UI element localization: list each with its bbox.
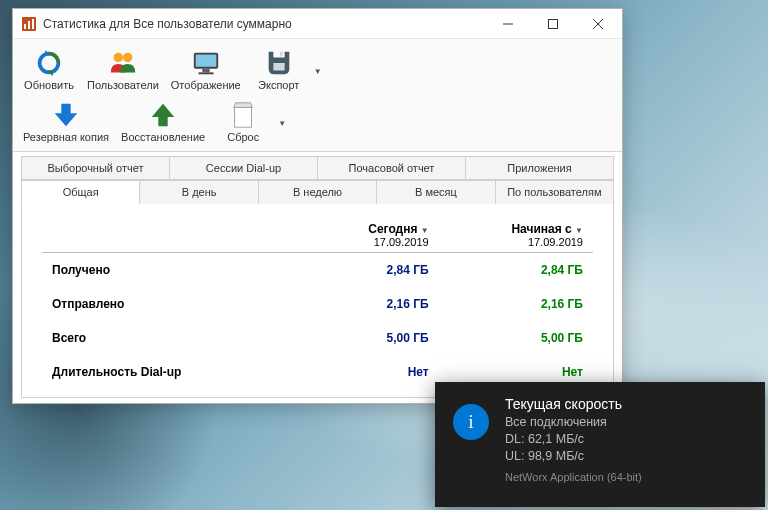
sort-arrow-icon: ▼ bbox=[575, 226, 583, 235]
export-dropdown[interactable]: ▼ bbox=[311, 45, 325, 97]
tab-by-user[interactable]: По пользователям bbox=[496, 180, 614, 204]
maximize-icon bbox=[548, 19, 558, 29]
svg-marker-19 bbox=[152, 104, 175, 127]
col-since-header[interactable]: Начиная с ▼ 17.09.2019 bbox=[439, 218, 593, 253]
speed-notification[interactable]: i Текущая скорость Все подключения DL: 6… bbox=[435, 382, 765, 507]
svg-rect-14 bbox=[202, 69, 210, 73]
restore-button[interactable]: Восстановление bbox=[115, 97, 211, 149]
reset-dropdown[interactable]: ▼ bbox=[275, 97, 289, 149]
notification-ul: UL: 98,9 МБ/с bbox=[505, 448, 749, 465]
export-icon bbox=[263, 47, 295, 79]
window-title: Статистика для Все пользователи суммарно bbox=[43, 17, 485, 31]
tabs: Выборочный отчет Сессии Dial-up Почасово… bbox=[13, 152, 622, 204]
tab-dialup-sessions[interactable]: Сессии Dial-up bbox=[170, 156, 318, 180]
users-button[interactable]: Пользователи bbox=[81, 45, 165, 97]
svg-marker-18 bbox=[55, 104, 78, 127]
tab-hourly-report[interactable]: Почасовой отчет bbox=[318, 156, 466, 180]
export-button[interactable]: Экспорт bbox=[247, 45, 311, 97]
svg-point-11 bbox=[123, 53, 132, 62]
col-today-header[interactable]: Сегодня ▼ 17.09.2019 bbox=[290, 218, 439, 253]
minimize-icon bbox=[503, 19, 513, 29]
svg-rect-16 bbox=[280, 52, 283, 57]
tab-daily[interactable]: В день bbox=[140, 180, 258, 204]
svg-rect-20 bbox=[235, 108, 252, 128]
notification-connection: Все подключения bbox=[505, 414, 749, 431]
minimize-button[interactable] bbox=[485, 9, 530, 38]
close-icon bbox=[593, 19, 603, 29]
tab-selective-report[interactable]: Выборочный отчет bbox=[21, 156, 170, 180]
users-icon bbox=[107, 47, 139, 79]
svg-point-10 bbox=[114, 53, 123, 62]
stats-window: Статистика для Все пользователи суммарно… bbox=[12, 8, 623, 404]
content-panel: Сегодня ▼ 17.09.2019 Начиная с ▼ 17.09.2… bbox=[21, 204, 614, 398]
svg-rect-15 bbox=[198, 72, 213, 74]
notification-dl: DL: 62,1 МБ/с bbox=[505, 431, 749, 448]
svg-rect-3 bbox=[32, 19, 34, 29]
backup-button[interactable]: Резервная копия bbox=[17, 97, 115, 149]
notification-app: NetWorx Application (64-bit) bbox=[505, 471, 749, 483]
svg-rect-2 bbox=[28, 21, 30, 29]
tab-weekly[interactable]: В неделю bbox=[259, 180, 377, 204]
row-total: Всего 5,00 ГБ 5,00 ГБ bbox=[42, 321, 593, 355]
svg-rect-5 bbox=[548, 19, 557, 28]
refresh-button[interactable]: Обновить bbox=[17, 45, 81, 97]
toolbar: Обновить Пользователи Отображение Экспор… bbox=[13, 39, 622, 152]
notification-title: Текущая скорость bbox=[505, 396, 749, 412]
display-icon bbox=[190, 47, 222, 79]
svg-rect-13 bbox=[195, 55, 216, 67]
close-button[interactable] bbox=[575, 9, 620, 38]
reset-button[interactable]: Сброс bbox=[211, 97, 275, 149]
maximize-button[interactable] bbox=[530, 9, 575, 38]
row-received: Получено 2,84 ГБ 2,84 ГБ bbox=[42, 253, 593, 288]
svg-rect-1 bbox=[24, 24, 26, 29]
tab-general[interactable]: Общая bbox=[21, 180, 140, 204]
restore-icon bbox=[147, 99, 179, 131]
display-button[interactable]: Отображение bbox=[165, 45, 247, 97]
svg-rect-17 bbox=[273, 63, 284, 71]
refresh-icon bbox=[33, 47, 65, 79]
titlebar: Статистика для Все пользователи суммарно bbox=[13, 9, 622, 39]
tab-monthly[interactable]: В месяц bbox=[377, 180, 495, 204]
tab-applications[interactable]: Приложения bbox=[466, 156, 614, 180]
info-icon: i bbox=[453, 404, 489, 440]
row-sent: Отправлено 2,16 ГБ 2,16 ГБ bbox=[42, 287, 593, 321]
reset-icon bbox=[227, 99, 259, 131]
sort-arrow-icon: ▼ bbox=[421, 226, 429, 235]
app-icon bbox=[21, 16, 37, 32]
stats-table: Сегодня ▼ 17.09.2019 Начиная с ▼ 17.09.2… bbox=[42, 218, 593, 389]
backup-icon bbox=[50, 99, 82, 131]
